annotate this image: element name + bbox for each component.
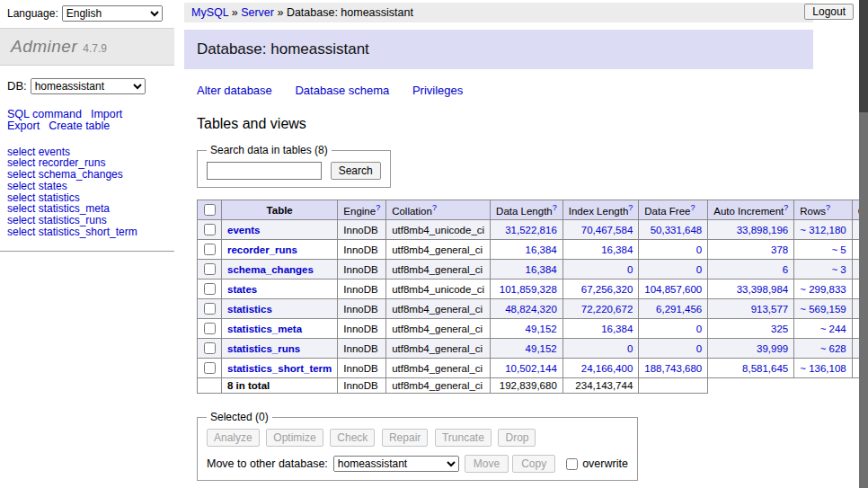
rows-count-link[interactable]: ~ 299,833 bbox=[800, 284, 846, 295]
sidebar-link-create-table[interactable]: Create table bbox=[49, 120, 110, 132]
alter-database-link[interactable]: Alter database bbox=[197, 84, 272, 97]
help-superscript[interactable]: ? bbox=[376, 203, 380, 212]
data-free-link[interactable]: 6,291,456 bbox=[656, 304, 702, 315]
index-length-link[interactable]: 16,384 bbox=[601, 324, 633, 334]
data-free-link[interactable]: 0 bbox=[696, 244, 702, 255]
data-length-link[interactable]: 48,824,320 bbox=[505, 304, 557, 315]
rows-count-link[interactable]: ~ 628 bbox=[820, 343, 846, 354]
data-length-link[interactable]: 16,384 bbox=[526, 244, 557, 255]
table-name-link[interactable]: statistics_meta bbox=[227, 324, 302, 334]
auto-increment-link[interactable]: 33,398,984 bbox=[737, 284, 789, 295]
row-checkbox[interactable] bbox=[204, 283, 216, 295]
data-length-link[interactable]: 49,152 bbox=[526, 324, 557, 334]
table-name-link[interactable]: states bbox=[227, 284, 257, 295]
col-header-auto-increment[interactable]: Auto Increment? bbox=[708, 200, 794, 220]
table-name-link[interactable]: statistics_short_term bbox=[227, 363, 332, 374]
data-free-link[interactable]: 50,331,648 bbox=[651, 225, 703, 235]
help-superscript[interactable]: ? bbox=[432, 203, 437, 212]
col-header-engine[interactable]: Engine? bbox=[338, 200, 386, 220]
help-superscript[interactable]: ? bbox=[784, 203, 788, 212]
data-length-link[interactable]: 10,502,144 bbox=[505, 363, 557, 374]
select-all-checkbox[interactable] bbox=[204, 204, 216, 216]
truncate-button[interactable]: Truncate bbox=[435, 429, 492, 447]
table-name-link[interactable]: statistics_runs bbox=[227, 343, 300, 354]
col-header-data-free[interactable]: Data Free? bbox=[639, 200, 708, 220]
data-free-link[interactable]: 0 bbox=[696, 324, 702, 334]
scrollbar[interactable] bbox=[859, 0, 868, 488]
move-db-select[interactable]: homeassistant bbox=[333, 456, 459, 472]
auto-increment-link[interactable]: 325 bbox=[771, 324, 788, 334]
auto-increment-link[interactable]: 913,577 bbox=[751, 304, 789, 315]
move-button[interactable]: Move bbox=[465, 455, 509, 473]
repair-button[interactable]: Repair bbox=[382, 429, 428, 447]
index-length-link[interactable]: 24,166,400 bbox=[581, 363, 633, 374]
auto-increment-link[interactable]: 39,999 bbox=[757, 343, 788, 354]
help-superscript[interactable]: ? bbox=[690, 203, 695, 212]
drop-button[interactable]: Drop bbox=[498, 429, 536, 447]
row-checkbox[interactable] bbox=[204, 342, 216, 354]
rows-count-link[interactable]: ~ 312,180 bbox=[800, 225, 846, 235]
col-header-rows[interactable]: Rows? bbox=[794, 200, 852, 220]
row-checkbox[interactable] bbox=[204, 263, 216, 275]
data-length-link[interactable]: 101,859,328 bbox=[500, 284, 557, 295]
data-free-link[interactable]: 104,857,600 bbox=[644, 284, 702, 295]
table-name-link[interactable]: events bbox=[227, 225, 260, 235]
data-free-link[interactable]: 0 bbox=[696, 343, 702, 354]
col-header-table[interactable]: Table bbox=[222, 200, 338, 220]
db-select[interactable]: homeassistant bbox=[31, 78, 146, 94]
table-name-link[interactable]: schema_changes bbox=[227, 264, 314, 275]
col-header-collation[interactable]: Collation? bbox=[386, 200, 491, 220]
search-input[interactable] bbox=[207, 162, 322, 180]
sidebar-link-export[interactable]: Export bbox=[7, 120, 40, 132]
sidebar-table-link-states[interactable]: select states bbox=[7, 181, 167, 192]
index-length-link[interactable]: 67,256,320 bbox=[581, 284, 633, 295]
sidebar-link-sql-command[interactable]: SQL command bbox=[7, 108, 82, 120]
sidebar-table-link-schema-changes[interactable]: select schema_changes bbox=[7, 169, 167, 181]
breadcrumb-link-mysql[interactable]: MySQL bbox=[191, 6, 228, 19]
rows-count-link[interactable]: ~ 244 bbox=[820, 324, 846, 334]
rows-count-link[interactable]: ~ 3 bbox=[831, 264, 846, 275]
overwrite-label[interactable]: overwrite bbox=[582, 457, 628, 470]
col-header-data-length[interactable]: Data Length? bbox=[491, 200, 563, 220]
logout-button[interactable]: Logout bbox=[804, 4, 854, 20]
rows-count-link[interactable]: ~ 136,108 bbox=[800, 363, 846, 374]
language-select[interactable]: English bbox=[62, 5, 163, 22]
breadcrumb-link-server[interactable]: Server bbox=[241, 6, 274, 19]
index-length-link[interactable]: 16,384 bbox=[601, 244, 633, 255]
data-length-link[interactable]: 16,384 bbox=[526, 264, 557, 275]
sidebar-link-import[interactable]: Import bbox=[91, 108, 122, 120]
index-length-link[interactable]: 0 bbox=[627, 264, 633, 275]
help-superscript[interactable]: ? bbox=[628, 203, 633, 212]
auto-increment-link[interactable]: 6 bbox=[783, 264, 788, 275]
row-checkbox[interactable] bbox=[204, 323, 216, 334]
overwrite-checkbox[interactable] bbox=[566, 458, 578, 470]
copy-button[interactable]: Copy bbox=[512, 455, 555, 473]
index-length-link[interactable]: 70,467,584 bbox=[581, 225, 633, 235]
help-superscript[interactable]: ? bbox=[553, 203, 557, 212]
sidebar-table-link-statistics-short-term[interactable]: select statistics_short_term bbox=[7, 226, 167, 238]
database-schema-link[interactable]: Database schema bbox=[295, 84, 389, 97]
search-button[interactable]: Search bbox=[331, 162, 381, 180]
index-length-link[interactable]: 0 bbox=[627, 343, 633, 354]
table-name-link[interactable]: recorder_runs bbox=[227, 244, 297, 255]
rows-count-link[interactable]: ~ 5 bbox=[831, 244, 846, 255]
col-header-index-length[interactable]: Index Length? bbox=[562, 200, 639, 220]
optimize-button[interactable]: Optimize bbox=[266, 429, 323, 447]
row-checkbox[interactable] bbox=[204, 244, 216, 255]
check-button[interactable]: Check bbox=[330, 429, 375, 447]
app-version-link[interactable]: 4.7.9 bbox=[83, 42, 107, 55]
data-length-link[interactable]: 31,522,816 bbox=[505, 225, 557, 235]
auto-increment-link[interactable]: 33,898,196 bbox=[737, 225, 789, 235]
auto-increment-link[interactable]: 8,581,645 bbox=[742, 363, 788, 374]
rows-count-link[interactable]: ~ 569,159 bbox=[800, 304, 846, 315]
index-length-link[interactable]: 72,220,672 bbox=[581, 304, 633, 315]
data-free-link[interactable]: 0 bbox=[696, 264, 702, 275]
help-superscript[interactable]: ? bbox=[826, 203, 830, 212]
scrollbar-thumb[interactable] bbox=[859, 0, 868, 112]
row-checkbox[interactable] bbox=[204, 224, 216, 235]
analyze-button[interactable]: Analyze bbox=[207, 429, 260, 447]
auto-increment-link[interactable]: 378 bbox=[771, 244, 788, 255]
row-checkbox[interactable] bbox=[204, 303, 216, 315]
row-checkbox[interactable] bbox=[204, 362, 216, 374]
privileges-link[interactable]: Privileges bbox=[412, 84, 463, 97]
